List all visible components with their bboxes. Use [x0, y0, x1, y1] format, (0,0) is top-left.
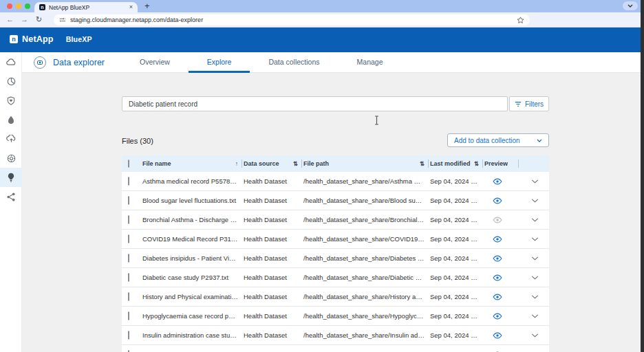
tab-explore[interactable]: Explore — [189, 52, 250, 73]
preview-cell[interactable] — [484, 274, 520, 281]
preview-eye-icon[interactable] — [493, 255, 502, 262]
tab-manage[interactable]: Manage — [339, 52, 402, 73]
row-checkbox-cell — [122, 235, 142, 243]
bookmark-star-icon[interactable] — [517, 16, 524, 24]
sort-asc-icon[interactable]: ↑ — [233, 160, 238, 167]
data-explorer-app-icon — [34, 56, 46, 69]
row-checkbox[interactable] — [128, 273, 129, 282]
brand: n NetApp BlueXP — [10, 34, 92, 44]
preview-eye-icon[interactable] — [493, 236, 502, 243]
tab-search-caret-button[interactable] — [623, 1, 638, 10]
brand-name: NetApp — [22, 34, 54, 44]
file-name: Asthma medical record P5578.txt — [142, 177, 244, 185]
file-name: History and Physical examination... — [142, 293, 244, 300]
row-checkbox[interactable] — [128, 196, 129, 205]
preview-cell[interactable] — [484, 255, 520, 262]
row-checkbox[interactable] — [128, 234, 129, 243]
sidebar-item-share-governance[interactable] — [0, 187, 22, 206]
expand-row-button[interactable] — [520, 237, 549, 241]
tab-close-icon[interactable]: × — [129, 4, 133, 10]
tab-overview[interactable]: Overview — [121, 52, 189, 73]
row-checkbox-cell — [122, 197, 142, 204]
reload-icon[interactable]: ↻ — [36, 15, 42, 24]
sidebar-item-gear-control[interactable] — [0, 148, 22, 168]
file-name: Diabetic case study P2937.txt — [142, 274, 244, 281]
shield-protection-icon — [7, 96, 15, 105]
row-checkbox-cell — [122, 177, 142, 185]
window-minimize-button[interactable] — [16, 3, 21, 9]
sort-icon[interactable]: ⇅ — [471, 160, 479, 167]
sidebar-item-cloud-sync[interactable] — [0, 129, 22, 148]
address-bar[interactable]: staging.cloudmanager.netapp.com/data-exp… — [54, 14, 530, 25]
row-checkbox-cell — [122, 312, 142, 320]
chevron-down-icon — [627, 4, 633, 8]
tab-data-collections[interactable]: Data collections — [250, 52, 338, 73]
preview-cell[interactable] — [484, 332, 520, 339]
preview-cell[interactable] — [484, 313, 520, 320]
preview-eye-icon[interactable] — [493, 197, 502, 204]
row-checkbox[interactable] — [128, 254, 129, 263]
preview-eye-icon[interactable] — [493, 178, 502, 185]
files-table: File name↑Data source⇅File path⇅Last mod… — [122, 155, 549, 352]
column-header-last-modified[interactable]: Last modified⇅ — [430, 155, 484, 172]
row-checkbox[interactable] — [128, 311, 129, 320]
expand-row-button[interactable] — [520, 179, 549, 184]
column-header-file-name[interactable]: File name↑ — [142, 155, 244, 172]
column-divider — [428, 160, 429, 168]
sidebar-item-health-chart[interactable] — [0, 72, 22, 91]
preview-eye-icon[interactable] — [493, 332, 502, 339]
column-header-preview[interactable]: Preview — [484, 155, 520, 172]
add-to-data-collection-dropdown[interactable]: Add to data collection — [447, 133, 549, 147]
expand-row-button[interactable] — [520, 314, 549, 318]
row-checkbox[interactable] — [128, 177, 129, 186]
row-checkbox[interactable] — [128, 331, 129, 340]
browser-tab[interactable]: n NetApp BlueXP × — [34, 2, 138, 12]
content-area: Diabetic patient record Filters Files (3… — [22, 73, 641, 352]
sort-icon[interactable]: ⇅ — [417, 160, 425, 167]
expand-row-button[interactable] — [520, 333, 549, 338]
preview-eye-icon[interactable] — [493, 217, 502, 223]
back-icon[interactable]: ← — [6, 15, 14, 23]
row-checkbox[interactable] — [128, 215, 129, 224]
window-zoom-button[interactable] — [25, 3, 30, 9]
table-row: Hypoglycaemia case record patient-...Hea… — [122, 307, 549, 326]
files-table-body: Asthma medical record P5578.txtHealth Da… — [122, 172, 549, 352]
sidebar-item-drop-mobility[interactable] — [0, 110, 22, 129]
browser-tabstrip: n NetApp BlueXP × + — [0, 0, 644, 12]
column-divider — [301, 160, 302, 168]
preview-cell[interactable] — [484, 197, 520, 204]
site-settings-icon[interactable] — [59, 16, 66, 23]
expand-row-button[interactable] — [520, 256, 549, 261]
column-header-file-path[interactable]: File path⇅ — [303, 155, 430, 172]
forward-icon[interactable]: → — [21, 15, 28, 23]
preview-eye-icon[interactable] — [493, 313, 502, 320]
column-label: File name — [142, 160, 171, 167]
new-tab-button[interactable]: + — [144, 1, 150, 11]
column-label: File path — [303, 160, 329, 167]
preview-cell[interactable] — [484, 236, 520, 243]
expand-row-button[interactable] — [520, 218, 549, 222]
sidebar-item-bulb-insights[interactable] — [0, 168, 22, 187]
preview-eye-icon[interactable] — [493, 294, 502, 300]
preview-cell[interactable] — [484, 178, 520, 185]
expand-row-button[interactable] — [520, 295, 549, 299]
expand-row-button[interactable] — [520, 276, 549, 280]
preview-cell[interactable] — [484, 294, 520, 300]
window-close-button[interactable] — [7, 3, 12, 9]
search-input[interactable]: Diabetic patient record — [122, 96, 508, 111]
select-all-checkbox[interactable] — [128, 160, 129, 168]
preview-eye-icon[interactable] — [493, 274, 502, 281]
sort-icon[interactable]: ⇅ — [290, 160, 298, 167]
sidebar-item-cloud-storage[interactable] — [0, 52, 22, 72]
file-path: /health_dataset_share_share/COVID19 Medi… — [303, 235, 430, 243]
column-label: Preview — [484, 160, 508, 167]
share-governance-icon — [7, 192, 15, 201]
row-checkbox[interactable] — [128, 292, 129, 301]
expand-row-button[interactable] — [520, 199, 549, 203]
column-label: Last modified — [430, 160, 471, 167]
column-header-data-source[interactable]: Data source⇅ — [244, 155, 303, 172]
sidebar-item-shield-protection[interactable] — [0, 91, 22, 110]
table-row: Diabetic case study P2937.txtHealth Data… — [122, 268, 549, 287]
file-path: /health_dataset_share_share/Asthma medic… — [303, 177, 430, 185]
filters-button[interactable]: Filters — [509, 96, 549, 111]
